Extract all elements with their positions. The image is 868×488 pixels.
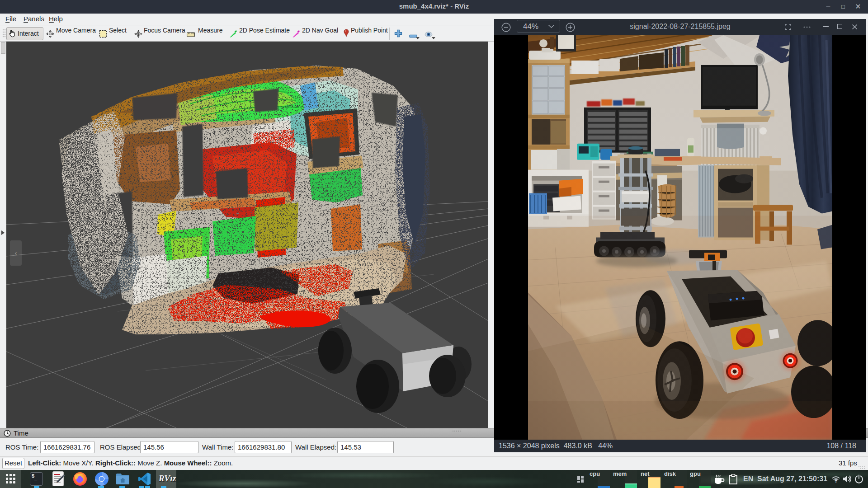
svg-text:?: ?: [835, 478, 838, 483]
